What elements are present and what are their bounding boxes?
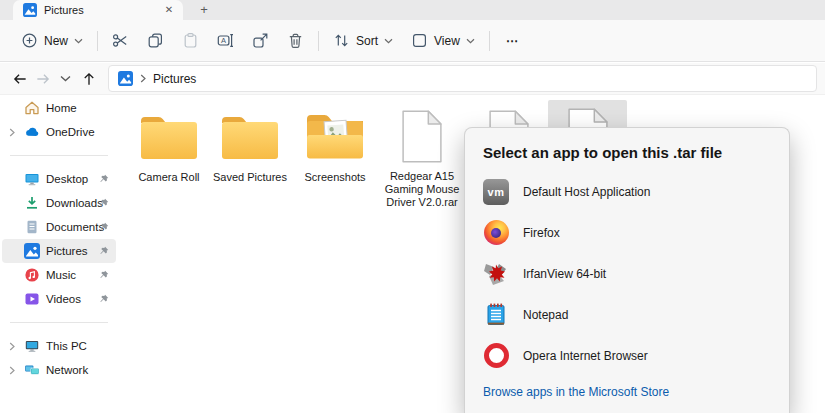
sidebar-divider [10,155,108,156]
paste-icon [182,32,199,49]
cut-button[interactable] [103,26,138,56]
app-name: Opera Internet Browser [523,349,648,363]
pin-icon [99,294,109,304]
app-option-firefox[interactable]: Firefox [483,212,771,253]
scissors-icon [112,32,129,49]
desktop-icon [24,171,40,187]
paste-button[interactable] [173,26,208,56]
breadcrumb-chevron-icon [140,74,146,83]
chevron-down-icon [74,38,83,44]
sidebar-divider [10,322,108,323]
pin-icon [99,198,109,208]
navigation-bar: Pictures [0,63,825,95]
onedrive-icon [24,124,40,140]
file-item-redgear-rar[interactable]: Redgear A15 Gaming Mouse Driver V2.0.rar [378,109,466,209]
vmware-icon: vm [483,179,509,205]
sidebar-item-this-pc[interactable]: This PC [2,334,116,358]
pictures-icon [24,243,40,259]
view-icon [411,32,428,49]
notepad-icon [483,302,509,328]
folder-icon [210,109,290,165]
file-name: Redgear A15 Gaming Mouse Driver V2.0.rar [378,170,466,209]
tab-close-icon[interactable]: ✕ [161,3,177,17]
sidebar-item-documents[interactable]: Documents [2,215,116,239]
app-name: Notepad [523,308,568,322]
up-button[interactable] [77,67,100,91]
pictures-icon [23,3,37,17]
chevron-right-icon[interactable] [6,126,18,138]
pictures-icon [118,71,133,86]
downloads-icon [24,195,40,211]
sidebar-item-music[interactable]: Music [2,263,116,287]
delete-button[interactable] [278,26,313,56]
sort-button[interactable]: Sort [324,26,402,56]
app-option-notepad[interactable]: Notepad [483,294,771,335]
new-button[interactable]: New [12,26,92,56]
pin-icon [99,222,109,232]
app-option-opera[interactable]: Opera Internet Browser [483,335,771,376]
tab-bar: Pictures ✕ + [0,0,825,20]
navigation-pane: Home OneDrive Desktop [0,96,118,413]
app-name: Firefox [523,226,560,240]
pin-icon [99,174,109,184]
plus-circle-icon [21,32,38,49]
dialog-title: Select an app to open this .tar file [483,144,771,161]
explorer-tab[interactable]: Pictures ✕ [13,0,183,20]
opera-icon [483,343,509,369]
command-toolbar: New A [0,20,825,62]
app-name: IrfanView 64-bit [523,267,606,281]
folder-item-saved-pictures[interactable]: Saved Pictures [210,109,290,184]
sidebar-item-downloads[interactable]: Downloads [2,191,116,215]
sidebar-item-pictures[interactable]: Pictures [2,239,116,263]
chevron-right-icon[interactable] [6,340,18,352]
new-tab-button[interactable]: + [195,1,213,18]
open-folder-icon [295,109,375,165]
chevron-down-icon [384,38,393,44]
folder-item-camera-roll[interactable]: Camera Roll [129,109,209,184]
share-button[interactable] [243,26,278,56]
copy-button[interactable] [138,26,173,56]
copy-icon [147,32,164,49]
breadcrumb-item-pictures[interactable]: Pictures [153,72,196,86]
sidebar-item-home[interactable]: Home [2,96,116,120]
ellipsis-icon: ⋯ [506,34,519,48]
sidebar-item-onedrive[interactable]: OneDrive [2,120,116,144]
folder-item-screenshots[interactable]: Screenshots [295,109,375,184]
firefox-icon [483,220,509,246]
file-name: Camera Roll [129,171,209,184]
breadcrumb[interactable]: Pictures [108,65,817,92]
microsoft-store-link[interactable]: Browse apps in the Microsoft Store [483,385,669,399]
app-name: Default Host Application [523,185,650,199]
app-option-irfanview[interactable]: IrfanView 64-bit [483,253,771,294]
file-name: Screenshots [295,171,375,184]
recent-locations-button[interactable] [54,67,77,91]
file-name: Saved Pictures [210,171,290,184]
toolbar-separator [97,31,98,51]
tab-title: Pictures [44,4,154,16]
sidebar-item-network[interactable]: Network [2,358,116,382]
videos-icon [24,291,40,307]
music-icon [24,267,40,283]
sidebar-item-videos[interactable]: Videos [2,287,116,311]
svg-text:A: A [221,36,226,45]
trash-icon [287,32,304,49]
view-button[interactable]: View [402,26,484,56]
network-icon [24,362,40,378]
file-icon [378,109,466,164]
rename-icon: A [217,32,234,49]
document-icon [24,219,40,235]
this-pc-icon [24,338,40,354]
app-option-default-host[interactable]: vm Default Host Application [483,171,771,212]
sidebar-item-desktop[interactable]: Desktop [2,167,116,191]
back-button[interactable] [8,67,31,91]
more-options-button[interactable]: ⋯ [495,26,530,56]
sort-arrows-icon [333,32,350,49]
rename-button[interactable]: A [208,26,243,56]
forward-button[interactable] [31,67,54,91]
pin-icon [99,270,109,280]
share-icon [252,32,269,49]
pin-icon [99,246,109,256]
home-icon [24,100,40,116]
folder-icon [129,109,209,165]
chevron-right-icon[interactable] [6,364,18,376]
